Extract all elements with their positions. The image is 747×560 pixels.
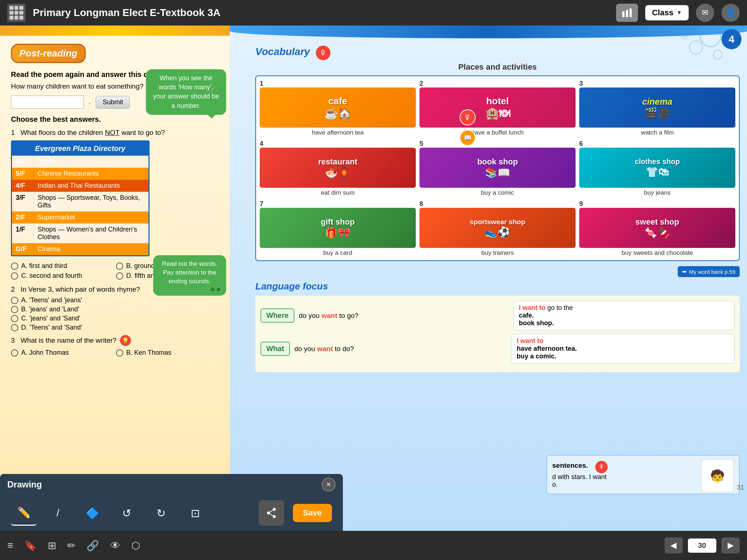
option-c[interactable]: C. second and fourth (11, 272, 114, 280)
submit-button[interactable]: Submit (96, 96, 130, 109)
vocab-grid: 1 cafe ☕🏠 have afternoon tea 2 hotel (255, 75, 740, 261)
redo-button[interactable]: ↻ (148, 500, 174, 526)
clothesshop-image: clothes shop 👕🛍 (579, 148, 735, 188)
eraser-tool-button[interactable]: 🔷 (80, 500, 105, 526)
lang-focus-title: Language focus (255, 281, 740, 292)
class-button[interactable]: Class ▼ (645, 5, 689, 20)
restaurant-label: eat dim sum (321, 189, 355, 197)
grid-icon[interactable]: ⊞ (48, 540, 56, 552)
lang-response-2: I want to have afternoon tea. buy a comi… (511, 334, 735, 363)
q3-options: A. John Thomas B. Ken Thomas (11, 349, 219, 357)
answer-input[interactable] (11, 96, 84, 109)
page-navigation: ◀ 30 ▶ (665, 537, 740, 553)
vocab-item-giftshop: 7 gift shop 🎁🎀 buy a card (260, 200, 416, 257)
q2-option-b[interactable]: B. 'jeans' and 'Land' (11, 306, 219, 313)
table-row: 4/FIndian and Thai Restaurants (12, 180, 148, 192)
vocab-item-restaurant: 4 restaurant 🍜🏮 eat dim sum (260, 140, 416, 197)
svg-point-6 (681, 33, 689, 40)
pencil-tool-button[interactable]: ✏️ (11, 500, 36, 526)
app-grid-icon[interactable] (7, 4, 26, 22)
vocab-item-hotel: 2 hotel 🏨🍽 have a buffet lunch (419, 80, 576, 136)
writing-q-label: sentences. (552, 462, 588, 470)
cinema-label: watch a film (641, 129, 674, 136)
cinema-image: cinema 🎬🎥 (579, 88, 735, 128)
undo-button[interactable]: ↺ (114, 500, 139, 526)
word-bank-label: My word bank p.59 (689, 269, 735, 275)
restaurant-image: restaurant 🍜🏮 (260, 148, 416, 188)
vocab-title: Vocabulary (255, 46, 310, 58)
cafe-image: cafe ☕🏠 (260, 88, 416, 128)
table-row: 1/FShops — Women's and Children's Clothe… (12, 223, 148, 243)
sportsshop-label: buy trainers (481, 249, 514, 257)
left-panel: Post-reading Read the poem again and ans… (0, 26, 230, 531)
svg-point-5 (713, 50, 722, 59)
lang-sentence-1: do you want to go? (299, 312, 509, 320)
network-icon[interactable] (616, 4, 638, 22)
giftshop-label: buy a card (323, 249, 352, 257)
cafe-label: have afternoon tea (312, 129, 364, 136)
mic-side-icon[interactable]: 🎙 (460, 109, 476, 125)
choose-best-answers: Choose the best answers. (11, 115, 219, 124)
svg-point-4 (689, 41, 703, 54)
pen-icon[interactable]: ✏ (67, 540, 76, 552)
writing-mic-icon[interactable]: 🎙 (595, 461, 608, 473)
page-number-display: 30 (688, 538, 716, 553)
q2-option-c[interactable]: C. 'jeans' and 'Sand' (11, 315, 219, 322)
post-reading-badge: Post-reading (11, 44, 86, 63)
sweetshop-label: buy sweets and chocolate (622, 249, 693, 257)
table-row: 3/FShops — Sportswear, Toys, Books, Gift… (12, 192, 148, 211)
hint-bubble-2: Read out the words. Pay attention to the… (153, 255, 226, 296)
table-row: 5/FChinese Restaurants (12, 168, 148, 180)
q2-option-d[interactable]: D. 'Teens' and 'Sand' (11, 324, 219, 331)
arrow-icon: ➡ (682, 268, 687, 275)
hotel-label: have a buffet lunch (471, 129, 523, 136)
q3-option-b[interactable]: B. Ken Thomas (116, 349, 219, 357)
lang-row-what: What do you want to do? I want to have a… (260, 334, 735, 363)
lightbulb-icon: 💡 (120, 335, 131, 346)
directory-table: Evergreen Plaza Directory 6/FCafes 5/FCh… (11, 140, 150, 256)
svg-rect-1 (626, 10, 628, 17)
q3-option-a[interactable]: A. John Thomas (11, 349, 114, 357)
prev-page-button[interactable]: ◀ (665, 537, 683, 553)
question-3: 3 What is the name of the writer? 💡 (11, 335, 219, 346)
next-page-button[interactable]: ▶ (721, 537, 740, 553)
lang-focus-area: Where do you want to go? I want to go to… (255, 296, 740, 372)
directory-title: Evergreen Plaza Directory (12, 141, 148, 156)
save-button[interactable]: Save (293, 504, 332, 522)
vocab-item-cafe: 1 cafe ☕🏠 have afternoon tea (260, 80, 416, 136)
exit-icon[interactable]: ⬡ (131, 540, 140, 552)
share-button[interactable] (259, 500, 284, 526)
book-side-icon[interactable]: 📖 (460, 130, 476, 146)
word-bank-button[interactable]: ➡ My word bank p.59 (678, 266, 740, 277)
sweetshop-image: sweet shop 🍬🍫 (579, 208, 735, 248)
option-a[interactable]: A. first and third (11, 262, 114, 270)
list-icon[interactable]: ≡ (7, 540, 13, 551)
figure-illustration: 🧒 (701, 459, 734, 492)
top-bar-right: Class ▼ ✉ 👤 (616, 4, 740, 22)
where-label: Where (260, 308, 294, 323)
bookmark-icon[interactable]: 🔖 (24, 540, 37, 552)
hint-bubble: When you see the words 'How many', your … (146, 69, 226, 115)
question-1-label: 1 What floors do the children NOT want t… (11, 129, 219, 137)
crop-tool-button[interactable]: ⊡ (182, 500, 208, 526)
vocab-item-sportsshop: 8 sportswear shop 👟⚽ buy trainers (419, 200, 576, 257)
lang-sentence-2: do you want to do? (294, 345, 507, 353)
user-icon[interactable]: 👤 (721, 4, 740, 22)
drawing-close-button[interactable]: × (322, 478, 336, 491)
eye-icon[interactable]: 👁 (110, 540, 120, 552)
deco-circles (652, 26, 725, 77)
vocab-item-sweetshop: 9 sweet shop 🍬🍫 buy sweets and chocolate (579, 200, 735, 257)
q2-option-a[interactable]: A. 'Teens' and 'jeans' (11, 296, 219, 304)
bookshop-image: book shop 📚📖 (419, 148, 576, 188)
svg-line-10 (268, 509, 274, 513)
app-title: Primary Longman Elect E-Textbook 3A (33, 7, 609, 19)
link-icon[interactable]: 🔗 (86, 540, 99, 552)
vocab-mic-icon[interactable]: 🎙 (316, 46, 330, 60)
mail-icon[interactable]: ✉ (696, 4, 714, 22)
main-content: Post-reading Read the poem again and ans… (0, 26, 747, 531)
lang-response-1: I want to go to the cafe. book shop. (514, 301, 735, 330)
table-row: 6/FCafes (12, 156, 148, 168)
bookshop-label: buy a comic (481, 189, 514, 197)
what-label: What (260, 342, 290, 356)
line-tool-button[interactable]: / (45, 500, 71, 526)
